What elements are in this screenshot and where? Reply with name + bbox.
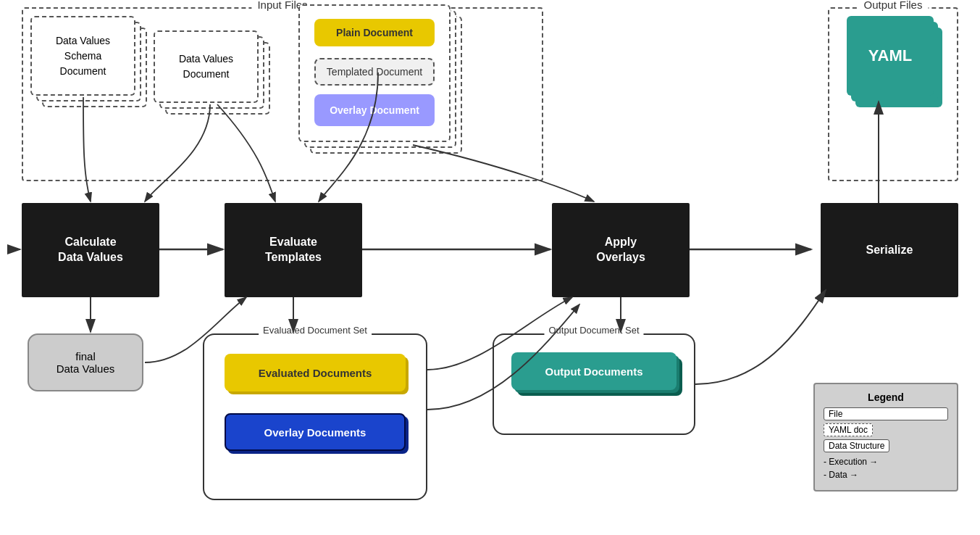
serialize-box: Serialize	[821, 203, 958, 297]
templated-doc-badge: Templated Document	[314, 58, 435, 86]
legend-data: - Data →	[824, 470, 948, 480]
legend-box: Legend File YAML doc Data Structure - Ex…	[813, 383, 958, 492]
overlay-doc-badge: Overlay Document	[314, 94, 435, 126]
legend-title: Legend	[824, 391, 948, 403]
yaml-front: YAML	[847, 16, 934, 96]
overlay-docs-badge: Overlay Documents	[225, 413, 406, 451]
evaluate-box: Evaluate Templates	[225, 203, 362, 297]
output-doc-set: Output Document Set Output Documents	[493, 333, 695, 435]
data-values-doc-front: Data Values Document	[154, 30, 259, 103]
apply-box: Apply Overlays	[552, 203, 690, 297]
legend-data-structure: Data Structure	[824, 439, 948, 452]
final-data-box: final Data Values	[28, 333, 143, 391]
legend-yaml-doc: YAML doc	[824, 423, 948, 436]
evaluated-doc-set: Evaluated Document Set Evaluated Documen…	[203, 333, 427, 500]
evaluated-docs-badge: Evaluated Documents	[225, 354, 406, 391]
diagram-container: Input Files Output Files Data Values Sch…	[0, 0, 980, 535]
legend-file: File	[824, 407, 948, 420]
output-docs-badge: Output Documents	[511, 352, 677, 390]
output-files-label: Output Files	[858, 0, 929, 11]
input-stack-front: Plain Document Templated Document Overla…	[298, 4, 451, 142]
legend-execution: - Execution →	[824, 457, 948, 467]
schema-doc-front: Data Values Schema Document	[30, 16, 135, 96]
calculate-box: Calculate Data Values	[22, 203, 159, 297]
plain-doc-badge: Plain Document	[314, 19, 435, 46]
